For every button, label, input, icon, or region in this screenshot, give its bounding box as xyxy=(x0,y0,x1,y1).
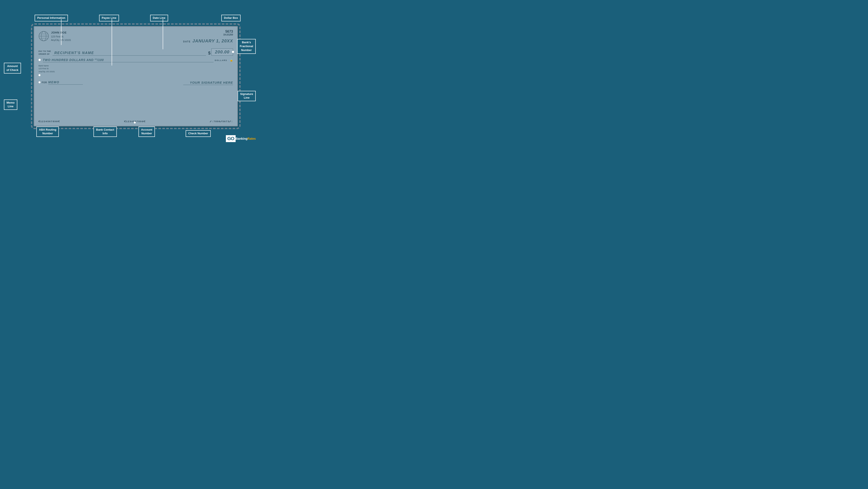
micr-bank-dot xyxy=(134,122,136,124)
date-line-label: Date Line xyxy=(150,15,168,22)
written-amount: TWO HUNDRED DOLLARS AND 00/100 xyxy=(43,58,214,62)
connector-payee xyxy=(112,19,112,66)
bank-memo-row: Bank Name 123 First St. AnyCity, US 1010… xyxy=(38,64,233,77)
written-amount-row: TWO HUNDRED DOLLARS AND 00/100 DOLLARS 🔒 xyxy=(38,58,233,62)
for-label: FOR xyxy=(42,81,47,84)
dollar-box: 200.00 xyxy=(211,48,233,56)
memo-text: MEMO xyxy=(48,80,83,85)
account-number-label: AccountNumber xyxy=(138,127,155,137)
bank-info-text: Bank Name 123 First St. AnyCity, US 1010… xyxy=(38,64,55,73)
personal-information-label: Personal Information xyxy=(35,15,68,22)
memo-dot xyxy=(38,81,40,83)
globe-icon xyxy=(38,31,49,41)
check-wrapper: 5673 19-2/1250 JOHN DOE 123 First St. An… xyxy=(34,26,238,127)
connector-personal-info xyxy=(61,19,61,45)
date-label: DATE xyxy=(183,40,191,43)
check-inner: 5673 19-2/1250 JOHN DOE 123 First St. An… xyxy=(34,27,237,126)
recipient-line: RECIPIENT'S NAME xyxy=(53,51,206,56)
amount-of-check-label: Amountof Check xyxy=(4,63,21,73)
check-fractional-value: 19-2/1250 xyxy=(223,34,233,36)
bank-name: Bank Name xyxy=(38,64,55,67)
dollars-label: DOLLARS xyxy=(215,59,227,61)
connector-date xyxy=(163,19,163,49)
pay-to-row: PAY TO THEORDER OF RECIPIENT'S NAME $ 20… xyxy=(38,48,233,56)
logo-rates: Rates xyxy=(248,137,256,140)
dollar-box-label: Dollar Box xyxy=(221,15,241,22)
signature-text: YOUR SIGNATURE HERE xyxy=(183,81,233,85)
memo-line-label: MemoLine xyxy=(4,99,17,110)
bank-addr2: AnyCity, US 10101 xyxy=(38,70,55,73)
date-row: DATE JANUARY 1, 20XX xyxy=(183,38,233,43)
micr-account: ⑇:7890⑇5673⑇: xyxy=(210,120,233,123)
bank-info: Bank Name 123 First St. AnyCity, US 1010… xyxy=(38,64,55,77)
written-amount-dot xyxy=(38,59,41,61)
logo-banking: Banking xyxy=(236,137,248,140)
memo-left: FOR MEMO xyxy=(38,80,83,85)
banks-fractional-label: Bank'sFractionalNumber xyxy=(237,39,256,54)
micr-routing: ⑆1234567890⑆ xyxy=(38,120,60,123)
bank-contact-info-label: Bank ContactInfo xyxy=(93,127,117,137)
dollar-box-wrapper: $ 200.00 xyxy=(208,48,233,56)
check-number-value: 5673 xyxy=(223,30,233,34)
check-number-display: 5673 19-2/1250 xyxy=(223,30,233,36)
signature-line-label: SignatureLine xyxy=(238,91,256,101)
logo: GO BankingRates xyxy=(226,135,256,142)
check: 5673 19-2/1250 JOHN DOE 123 First St. An… xyxy=(34,26,238,127)
micr-row: ⑆1234567890⑆ ⑆1234567890⑆ ⑇:7890⑇5673⑇: xyxy=(38,120,233,123)
pay-to-label: PAY TO THEORDER OF xyxy=(38,50,51,55)
check-number-label: Check Number xyxy=(186,130,211,137)
dollar-sign: $ xyxy=(208,51,211,56)
amount-dot xyxy=(232,51,234,53)
signature-wrapper: YOUR SIGNATURE HERE xyxy=(183,81,233,85)
lock-icon: 🔒 xyxy=(230,59,233,62)
bank-info-dot xyxy=(38,74,40,76)
aba-routing-label: ABA RoutingNumber xyxy=(36,127,59,137)
amount-value: 200.00 xyxy=(215,50,229,54)
logo-go: GO xyxy=(226,135,236,142)
bank-addr1: 123 First St. xyxy=(38,67,55,70)
micr-bank: ⑆1234567890⑆ xyxy=(124,120,145,123)
memo-row: FOR MEMO YOUR SIGNATURE HERE xyxy=(38,80,233,85)
payee-line-label: Payee Line xyxy=(99,15,119,22)
date-value: JANUARY 1, 20XX xyxy=(192,38,233,43)
